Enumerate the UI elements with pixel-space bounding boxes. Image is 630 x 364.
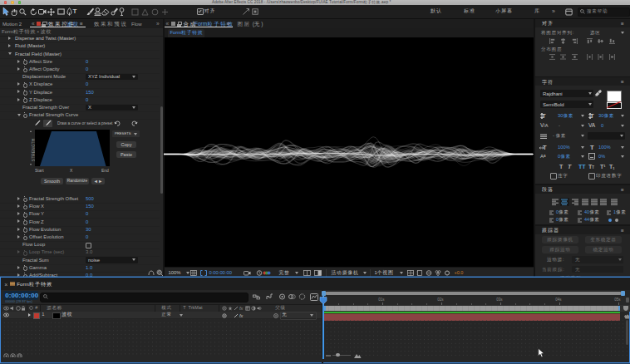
svg-text:fx: fx [239, 313, 244, 318]
svg-text:fx: fx [239, 306, 244, 311]
